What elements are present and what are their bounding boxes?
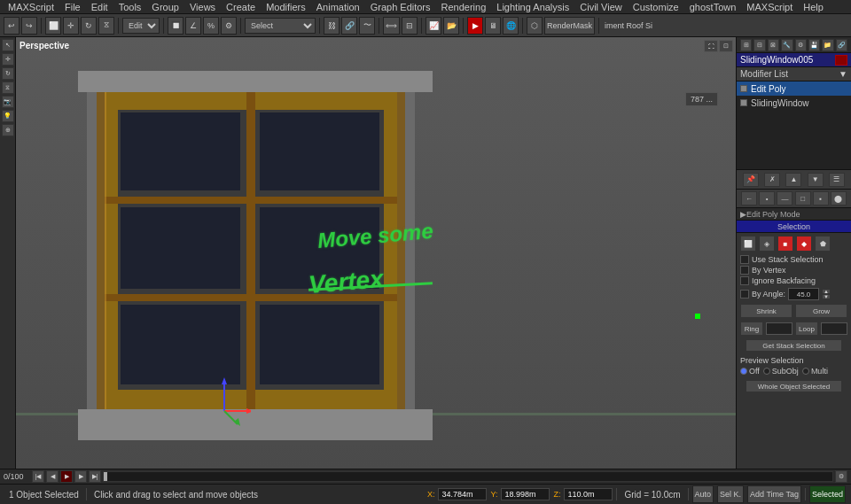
- menu-file[interactable]: File: [60, 1, 85, 13]
- angle-down-btn[interactable]: ▼: [822, 294, 831, 299]
- render-mask[interactable]: RenderMask: [544, 17, 595, 35]
- select-btn[interactable]: ⬜: [45, 17, 61, 35]
- viewport[interactable]: Perspective: [16, 37, 736, 469]
- menu-graph-editors[interactable]: Graph Editors: [366, 1, 435, 13]
- menu-create[interactable]: Create: [222, 1, 260, 13]
- mode-btn-edge[interactable]: —: [777, 191, 792, 205]
- timeline-track[interactable]: [103, 471, 833, 482]
- menu-views[interactable]: Views: [185, 1, 220, 13]
- shrink-btn[interactable]: Shrink: [740, 304, 792, 318]
- redo-btn[interactable]: ↪: [21, 17, 37, 35]
- collapse-arrow[interactable]: ▶: [740, 210, 746, 219]
- left-btn-camera[interactable]: 📷: [2, 96, 14, 108]
- move-btn[interactable]: ✛: [63, 17, 79, 35]
- radio-multi[interactable]: Multi: [802, 367, 828, 376]
- mode-btn-1[interactable]: ←: [741, 191, 757, 205]
- bind-space-warp[interactable]: 〜: [359, 17, 375, 35]
- menu-help[interactable]: Help: [799, 1, 828, 13]
- radio-off[interactable]: Off: [740, 367, 760, 376]
- mod-down-btn[interactable]: ▼: [808, 173, 824, 187]
- object-color-swatch[interactable]: [835, 55, 847, 66]
- sel-btn-border[interactable]: ■: [777, 236, 793, 252]
- link-btn[interactable]: ⛓: [324, 17, 340, 35]
- scale-btn[interactable]: ⧖: [98, 17, 114, 35]
- panel-btn-6[interactable]: 💾: [808, 39, 820, 51]
- mod-menu-btn[interactable]: ☰: [829, 173, 845, 187]
- panel-btn-7[interactable]: 📁: [822, 39, 833, 51]
- play-btn[interactable]: ▶: [60, 470, 73, 483]
- ignore-backfacing-cb[interactable]: [740, 276, 749, 285]
- sel-btn-element[interactable]: ⬟: [815, 236, 831, 252]
- layer-mgr[interactable]: 📂: [443, 17, 459, 35]
- by-vertex-cb[interactable]: [740, 266, 749, 275]
- menu-maxscript-left[interactable]: MAXScript: [4, 1, 59, 13]
- left-btn-move[interactable]: ✛: [2, 53, 14, 66]
- menu-maxscript-right[interactable]: MAXScript: [742, 1, 797, 13]
- menu-edit[interactable]: Edit: [87, 1, 113, 13]
- render-btn[interactable]: ▶: [467, 17, 483, 35]
- ring-input[interactable]: [766, 322, 792, 335]
- panel-btn-2[interactable]: ⊟: [753, 39, 765, 51]
- snap-toggle[interactable]: 🔲: [168, 17, 183, 35]
- left-btn-rotate[interactable]: ↻: [2, 67, 14, 80]
- ring-btn[interactable]: Ring: [740, 322, 763, 336]
- left-btn-select[interactable]: ↖: [2, 39, 14, 51]
- mod-remove-btn[interactable]: ✗: [764, 173, 780, 187]
- sel-btn-poly[interactable]: ◆: [796, 236, 812, 252]
- use-stack-cb[interactable]: [740, 255, 749, 264]
- radio-subobj[interactable]: SubObj: [763, 367, 799, 376]
- mirror-btn[interactable]: ⟺: [383, 17, 400, 35]
- curve-editor[interactable]: 📈: [426, 17, 441, 35]
- mod-pin-btn[interactable]: 📌: [743, 173, 759, 187]
- menu-tools[interactable]: Tools: [114, 1, 146, 13]
- auto-key-btn[interactable]: Auto: [692, 485, 714, 503]
- set-key-btn[interactable]: Sel K.: [717, 485, 744, 503]
- render-setup[interactable]: 🖥: [485, 17, 501, 35]
- selected-btn[interactable]: Selected: [809, 485, 846, 503]
- env-btn[interactable]: 🌐: [503, 17, 519, 35]
- rotate-btn[interactable]: ↻: [81, 17, 97, 35]
- modifier-edit-poly[interactable]: Edit Poly: [737, 81, 851, 96]
- menu-rendering[interactable]: Rendering: [437, 1, 491, 13]
- panel-btn-1[interactable]: ⊞: [740, 39, 752, 51]
- add-time-tag-btn[interactable]: Add Time Tag: [747, 485, 801, 503]
- modifier-sliding-window[interactable]: SlidingWindow: [737, 96, 851, 110]
- mode-dropdown[interactable]: Edit: [122, 18, 160, 34]
- grow-btn[interactable]: Grow: [795, 304, 847, 318]
- mode-btn-poly[interactable]: ▪: [813, 191, 829, 205]
- loop-input[interactable]: [821, 322, 847, 335]
- panel-btn-5[interactable]: ⚙: [795, 39, 807, 51]
- by-angle-cb[interactable]: [740, 290, 749, 299]
- menu-group[interactable]: Group: [147, 1, 183, 13]
- timeline-options[interactable]: ⚙: [835, 470, 847, 483]
- mode-btn-element[interactable]: ⬤: [831, 191, 847, 205]
- unlink-btn[interactable]: 🔗: [341, 17, 357, 35]
- get-stack-sel-btn[interactable]: Get Stack Selection: [746, 339, 842, 352]
- modifier-dropdown-icon[interactable]: ▼: [839, 69, 847, 79]
- loop-btn[interactable]: Loop: [795, 322, 818, 336]
- sel-btn-vertex[interactable]: ⬜: [740, 236, 756, 252]
- play-prev-key[interactable]: |◀: [32, 470, 44, 483]
- menu-lighting[interactable]: Lighting Analysis: [492, 1, 574, 13]
- left-btn-light[interactable]: 💡: [2, 110, 14, 122]
- sel-btn-edge[interactable]: ◈: [759, 236, 775, 252]
- by-angle-input[interactable]: [788, 288, 819, 300]
- percent-snap[interactable]: %: [203, 17, 219, 35]
- menu-ghosttown[interactable]: ghostTown: [685, 1, 741, 13]
- left-btn-helper[interactable]: ⊕: [2, 124, 14, 136]
- align-btn[interactable]: ⊟: [402, 17, 418, 35]
- mode-btn-vertex[interactable]: •: [759, 191, 775, 205]
- play-next-frame[interactable]: ▶: [74, 470, 87, 483]
- menu-modifiers[interactable]: Modifiers: [262, 1, 310, 13]
- panel-btn-4[interactable]: 🔧: [781, 39, 792, 51]
- spinner-snap[interactable]: ⚙: [221, 17, 237, 35]
- select-dropdown[interactable]: Select: [245, 18, 316, 34]
- panel-btn-8[interactable]: 🔗: [836, 39, 847, 51]
- angle-snap[interactable]: ∠: [185, 17, 201, 35]
- maximize-vp-btn[interactable]: ⛶: [704, 40, 718, 52]
- play-prev-frame[interactable]: ◀: [46, 470, 59, 483]
- mod-up-btn[interactable]: ▲: [785, 173, 801, 187]
- zoom-extents-btn[interactable]: ⊡: [719, 40, 733, 52]
- whole-object-btn[interactable]: Whole Object Selected: [746, 380, 842, 392]
- undo-btn[interactable]: ↩: [4, 17, 20, 35]
